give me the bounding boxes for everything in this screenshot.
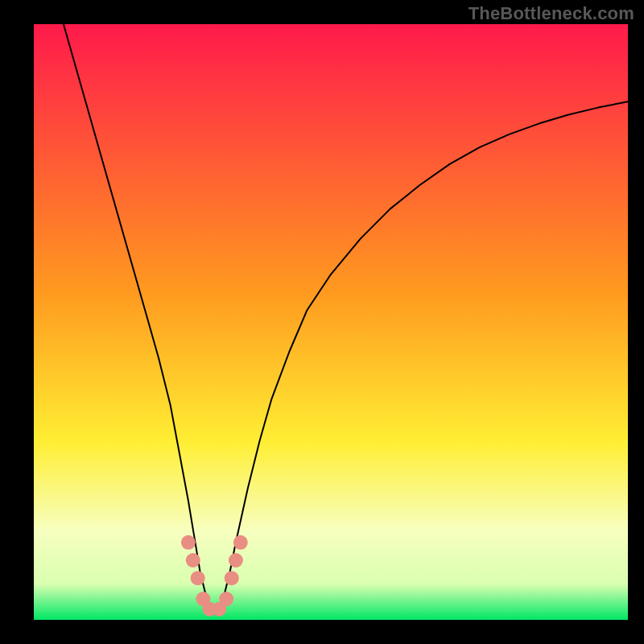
highlight-dot: [219, 592, 233, 606]
highlight-dot: [191, 571, 205, 585]
highlight-dot: [225, 571, 239, 585]
chart-background: [34, 24, 628, 620]
highlight-dot: [229, 553, 243, 568]
highlight-dot: [181, 535, 196, 550]
highlight-dot: [186, 553, 200, 568]
chart-frame: TheBottleneck.com: [0, 0, 644, 644]
highlight-dot: [233, 535, 248, 550]
watermark-text: TheBottleneck.com: [469, 3, 634, 24]
plot-area: [34, 24, 628, 620]
chart-svg: [34, 24, 628, 620]
